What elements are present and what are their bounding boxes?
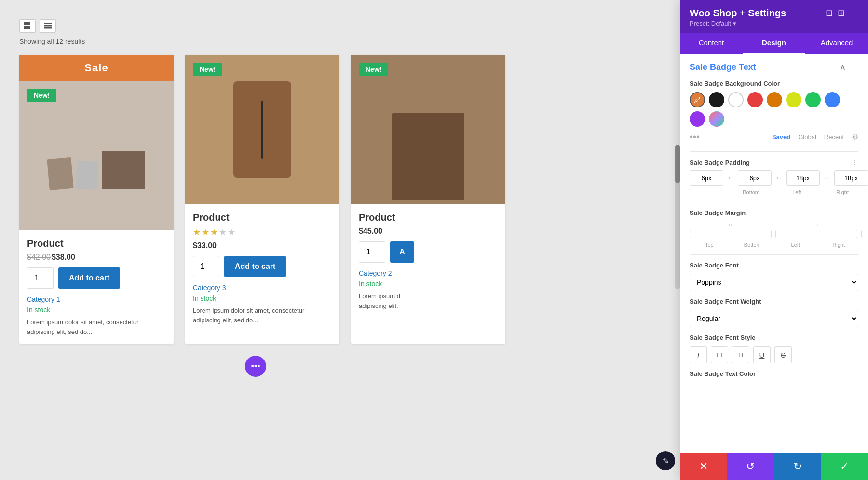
more-swatches-dots[interactable]: ••• — [690, 132, 700, 143]
category-link-1[interactable]: Category 1 — [27, 295, 166, 303]
product-image-wrap: Sale New! — [19, 55, 174, 230]
new-badge-3: New! — [359, 63, 388, 76]
bg-color-label: Sale Badge Background Color — [690, 80, 858, 87]
padding-left-link-icon[interactable]: ↔ — [824, 174, 830, 182]
cancel-button[interactable]: ✕ — [680, 453, 727, 480]
quantity-input-3[interactable] — [359, 241, 385, 263]
font-weight-select[interactable]: Regular Medium SemiBold Bold — [690, 310, 858, 327]
padding-top-link-icon[interactable]: ↔ — [727, 174, 734, 182]
settings-panel: Woo Shop + Settings Preset: Default ▾ ⊡ … — [680, 0, 868, 480]
brush-icon: 🖊 — [694, 96, 701, 104]
swatch-yellow[interactable] — [767, 92, 782, 107]
list-icon — [44, 22, 52, 30]
product-card-3: New! Product $45.00 A Category 2 In stoc… — [351, 55, 505, 344]
text-color-label: Sale Badge Text Color — [690, 370, 858, 377]
color-tab-recent[interactable]: Recent — [824, 133, 844, 141]
tab-design[interactable]: Design — [743, 33, 805, 54]
margin-bottom-group: ↔ — [775, 221, 857, 238]
save-button[interactable]: ✓ — [821, 453, 868, 480]
results-count: Showing all 12 results — [19, 38, 492, 45]
dots-button[interactable]: ••• — [245, 356, 266, 377]
capitalize-btn[interactable]: Tt — [732, 346, 749, 363]
swatch-lime[interactable] — [786, 92, 801, 107]
product-name-2: Product — [193, 212, 332, 223]
undo-button[interactable]: ↺ — [727, 453, 774, 480]
divider-2 — [690, 202, 858, 202]
margin-bottom-link[interactable]: ↔ — [814, 221, 819, 228]
more-options-icon[interactable]: ⋮ — [850, 8, 858, 18]
new-badge-2: New! — [193, 63, 222, 76]
italic-btn[interactable]: I — [690, 346, 707, 363]
margin-left-input[interactable] — [861, 230, 868, 238]
product-grid: Sale New! Product $42.00$38.00 — [19, 55, 492, 344]
add-to-cart-button-3-partial[interactable]: A — [390, 241, 414, 263]
grid-view-button[interactable] — [19, 19, 36, 33]
view-controls — [19, 19, 492, 33]
panel-body: Sale Badge Text ∧ ⋮ Sale Badge Backgroun… — [680, 54, 868, 453]
padding-bottom-input[interactable] — [738, 170, 772, 186]
color-settings-icon[interactable]: ⚙ — [852, 133, 858, 142]
padding-row-top: ↔ ↔ ↔ — [690, 170, 858, 186]
swatch-custom[interactable]: 🖊 — [690, 92, 705, 107]
collapse-button[interactable]: ∧ — [840, 62, 846, 72]
panel-preset[interactable]: Preset: Default ▾ — [690, 20, 786, 27]
category-link-3[interactable]: Category 2 — [359, 269, 498, 277]
margin-top-group: ↔ — [690, 221, 772, 238]
margin-top-input[interactable] — [690, 230, 772, 238]
padding-link-icon[interactable]: ⋮ — [852, 159, 858, 166]
svg-rect-6 — [44, 27, 52, 29]
panel-header: Woo Shop + Settings Preset: Default ▾ ⊡ … — [680, 0, 868, 33]
swatch-black[interactable] — [709, 92, 724, 107]
color-tab-saved[interactable]: Saved — [772, 133, 790, 141]
quantity-input-2[interactable] — [193, 256, 219, 277]
redo-icon: ↻ — [793, 460, 802, 473]
padding-top-input[interactable] — [690, 170, 723, 186]
preset-label: Preset: Default — [690, 20, 731, 27]
font-label: Sale Badge Font — [690, 262, 858, 269]
swatch-red[interactable] — [747, 92, 763, 107]
margin-top-link[interactable]: ↔ — [728, 221, 733, 228]
product-price-1: $42.00$38.00 — [27, 253, 166, 262]
strikethrough-btn[interactable]: S — [774, 346, 792, 363]
margin-label: Sale Badge Margin — [690, 209, 858, 216]
swatch-white[interactable] — [728, 92, 744, 107]
add-to-cart-button-1[interactable]: Add to cart — [58, 267, 120, 289]
color-swatches: 🖊 — [690, 92, 858, 127]
padding-bottom-link-icon[interactable]: ↔ — [775, 174, 782, 182]
product-desc-2: Lorem ipsum dolor sit amet, consectetur … — [193, 306, 332, 325]
quantity-input-1[interactable] — [27, 267, 54, 289]
color-tab-global[interactable]: Global — [798, 133, 816, 141]
uppercase-btn[interactable]: TT — [711, 346, 728, 363]
fullscreen-icon[interactable]: ⊡ — [826, 8, 833, 18]
add-to-cart-row-2: Add to cart — [193, 256, 332, 277]
product-image-wrap-3: New! — [351, 55, 505, 204]
woo-corner-badge[interactable]: ✎ — [656, 451, 675, 470]
underline-btn[interactable]: U — [753, 346, 771, 363]
redo-button[interactable]: ↻ — [774, 453, 821, 480]
swatch-green[interactable] — [805, 92, 821, 107]
columns-icon[interactable]: ⊞ — [838, 8, 845, 18]
dots-label: ••• — [251, 361, 260, 372]
swatch-purple[interactable] — [690, 111, 705, 127]
undo-icon: ↺ — [746, 460, 755, 473]
swatch-gradient[interactable] — [709, 111, 724, 127]
list-view-button[interactable] — [40, 19, 56, 33]
tab-advanced[interactable]: Advanced — [805, 33, 868, 54]
add-to-cart-button-2[interactable]: Add to cart — [224, 256, 286, 277]
padding-right-input[interactable] — [834, 170, 868, 186]
font-select[interactable]: Poppins Roboto Open Sans Lato Montserrat — [690, 274, 858, 291]
tab-content[interactable]: Content — [680, 33, 743, 54]
sale-banner: Sale — [19, 55, 174, 81]
category-link-2[interactable]: Category 3 — [193, 284, 332, 292]
padding-setting-row: Sale Badge Padding ⋮ — [690, 159, 858, 166]
product-card: Sale New! Product $42.00$38.00 — [19, 55, 174, 344]
swatch-blue[interactable] — [825, 92, 840, 107]
panel-footer: ✕ ↺ ↻ ✓ — [680, 453, 868, 480]
dots-indicator: ••• — [19, 356, 492, 377]
margin-bottom-input[interactable] — [775, 230, 857, 238]
padding-left-input[interactable] — [786, 170, 820, 186]
section-more-button[interactable]: ⋮ — [850, 62, 858, 72]
scroll-thumb[interactable] — [675, 145, 680, 183]
product-name-1: Product — [27, 238, 166, 249]
product-info-2: Product ★★★★★ $33.00 Add to cart Categor… — [185, 204, 339, 333]
